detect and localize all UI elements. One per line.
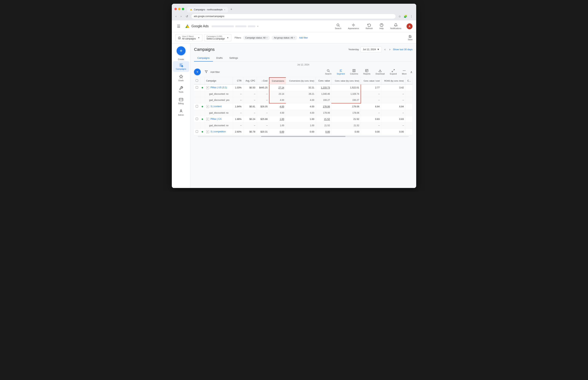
bookmark-icon[interactable]: ☆: [398, 14, 402, 19]
header-campaign[interactable]: Campaign: [205, 77, 233, 84]
prev-date-button[interactable]: ‹: [383, 46, 387, 53]
row-checkbox[interactable]: [196, 86, 198, 89]
extensions-icon[interactable]: 🧩: [403, 14, 408, 19]
hamburger-menu[interactable]: ☰: [175, 23, 182, 30]
save-button[interactable]: Save: [408, 35, 413, 41]
new-tab-button[interactable]: +: [229, 6, 234, 12]
status-dot-green: [202, 106, 203, 107]
filter-icon-button[interactable]: [204, 69, 209, 75]
campaigns-dropdown[interactable]: Campaigns (1,690) Select a campaign ▼: [204, 34, 231, 41]
show-30-days-button[interactable]: Show last 30 days: [393, 48, 413, 51]
more-options-button[interactable]: ⋮: [409, 14, 414, 19]
header-conv-value[interactable]: Conv. value: [316, 77, 332, 84]
date-picker[interactable]: Jul 12, 2024 ▼: [361, 47, 382, 52]
campaign-link[interactable]: S | competition: [210, 130, 226, 133]
tab-drafts[interactable]: Drafts: [213, 55, 226, 61]
tab-campaigns[interactable]: Campaigns: [194, 55, 213, 61]
campaign-link[interactable]: PMax | CA: [210, 118, 222, 120]
forward-button[interactable]: ›: [179, 14, 183, 19]
select-all-checkbox[interactable]: [196, 79, 198, 82]
more-action-label: More: [402, 73, 407, 75]
row-checkbox-cell[interactable]: [194, 129, 200, 135]
sub-roas: –: [381, 91, 405, 97]
campaign-link[interactable]: PMax | US (3.1): [210, 86, 227, 89]
ctr-cell: 1.03%: [233, 84, 243, 91]
row-checkbox[interactable]: [196, 105, 198, 108]
svg-marker-17: [179, 75, 183, 78]
toolbar-search[interactable]: Search: [324, 68, 333, 76]
reload-button[interactable]: ↺: [185, 14, 189, 19]
toolbar-reports[interactable]: Reports: [362, 68, 372, 76]
table-header-row: Campaign CTR Avg. CPC ↓Cost: [194, 77, 413, 84]
address-bar[interactable]: ads.google.com/aw/campaigns: [191, 14, 396, 19]
header-conv-by-time[interactable]: Conversions (by conv. time): [286, 77, 316, 84]
tab-settings[interactable]: Settings: [226, 55, 241, 61]
minimize-button[interactable]: [178, 8, 180, 10]
appearance-action[interactable]: Appearance: [346, 22, 361, 30]
row-checkbox[interactable]: [196, 118, 198, 120]
all-campaigns-select[interactable]: View (2 filters) All campaigns ▼: [175, 34, 202, 41]
svg-marker-3: [187, 24, 189, 26]
row-checkbox-cell[interactable]: [194, 103, 200, 110]
toolbar-expand[interactable]: Expand: [388, 68, 398, 76]
row-checkbox[interactable]: [196, 130, 198, 133]
header-status: [200, 77, 205, 84]
sidebar-item-billing[interactable]: Billing: [173, 96, 189, 106]
tools-icon: [179, 86, 183, 90]
header-conv-value-cost[interactable]: Conv. value / cost: [361, 77, 381, 84]
billing-icon: [179, 97, 183, 102]
row-checkbox-cell[interactable]: [194, 116, 200, 122]
sidebar-item-goals[interactable]: Goals: [173, 73, 189, 83]
toolbar-columns[interactable]: Columns: [349, 68, 360, 76]
sidebar-item-admin[interactable]: Admin: [173, 107, 189, 118]
expand-icon: [392, 69, 395, 72]
chip-close-icon[interactable]: ×: [294, 37, 295, 39]
help-action[interactable]: Help: [378, 22, 385, 30]
collapse-button[interactable]: ∧: [410, 70, 413, 74]
account-avatar[interactable]: A: [407, 23, 413, 29]
table-container: Campaign CTR Avg. CPC ↓Cost: [194, 77, 413, 135]
chip-close-icon[interactable]: ×: [266, 37, 268, 39]
browser-titlebar: Campaigns - northcoastkeyle × +: [172, 4, 416, 12]
header-avg-cpc[interactable]: Avg. CPC: [243, 77, 257, 84]
header-conversions[interactable]: Conversions: [269, 77, 286, 84]
header-conv-value-by-time[interactable]: Conv. value (by conv. time): [331, 77, 361, 84]
tab-close-icon[interactable]: ×: [224, 9, 225, 11]
header-ctr[interactable]: CTR: [233, 77, 243, 84]
header-extra[interactable]: C...: [405, 77, 412, 84]
campaign-link[interactable]: S | content: [210, 105, 222, 108]
horizontal-scrollbar[interactable]: [198, 136, 409, 137]
back-button[interactable]: ‹: [174, 14, 177, 19]
toolbar-segment[interactable]: Segment: [335, 68, 346, 76]
toolbar-download[interactable]: Download: [374, 68, 386, 76]
header-checkbox: [194, 77, 200, 84]
sidebar-billing-label: Billing: [178, 102, 184, 105]
active-tab[interactable]: Campaigns - northcoastkeyle ×: [187, 7, 228, 12]
adgroup-status-filter[interactable]: Ad group status: All ×: [272, 36, 297, 40]
sidebar-item-campaigns[interactable]: Campaigns: [173, 61, 189, 72]
date-dropdown-icon: ▼: [377, 48, 380, 51]
campaign-type-icon: S: [206, 130, 209, 133]
refresh-action[interactable]: Refresh: [364, 22, 374, 30]
header-cost[interactable]: ↓Cost: [257, 77, 269, 84]
toolbar-more[interactable]: More: [400, 68, 408, 76]
date-value: Jul 12, 2024: [363, 48, 376, 51]
notifications-action[interactable]: Notifications: [389, 22, 403, 30]
row-status-cell: [200, 84, 205, 91]
search-action[interactable]: Search: [333, 22, 343, 30]
create-button[interactable]: [177, 46, 186, 55]
row-status-cell: [200, 129, 205, 135]
help-label: Help: [379, 27, 384, 29]
close-button[interactable]: [174, 8, 177, 10]
add-filter-button[interactable]: Add filter: [299, 37, 308, 39]
add-row-button[interactable]: +: [194, 69, 201, 75]
campaign-type-icon: P: [206, 118, 209, 121]
header-roas[interactable]: ROAS (by conv. time): [381, 77, 405, 84]
maximize-button[interactable]: [182, 8, 184, 10]
filter-icon: [205, 70, 208, 73]
row-checkbox-cell[interactable]: [194, 84, 200, 91]
next-date-button[interactable]: ›: [388, 46, 391, 53]
scrollbar-thumb[interactable]: [261, 136, 346, 137]
sidebar-item-tools[interactable]: Tools: [173, 84, 189, 95]
campaign-status-filter[interactable]: Campaign status: All ×: [243, 36, 270, 40]
